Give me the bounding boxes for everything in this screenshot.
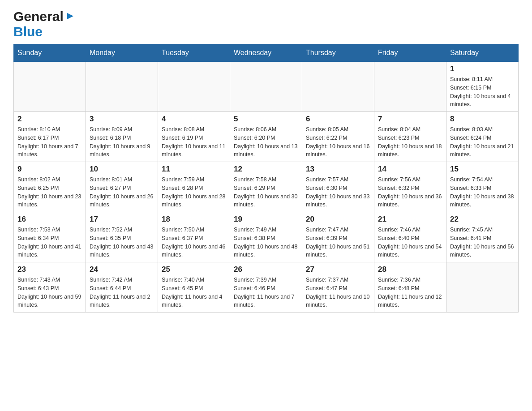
calendar-cell: 15Sunrise: 7:54 AMSunset: 6:33 PMDayligh…: [446, 162, 519, 212]
day-info: Sunrise: 8:11 AMSunset: 6:15 PMDaylight:…: [450, 75, 515, 109]
day-number: 6: [306, 115, 370, 124]
weekday-header-tuesday: Tuesday: [158, 44, 230, 62]
calendar-cell: 14Sunrise: 7:56 AMSunset: 6:32 PMDayligh…: [374, 162, 446, 212]
day-info: Sunrise: 7:50 AMSunset: 6:37 PMDaylight:…: [162, 226, 226, 259]
day-number: 18: [162, 215, 226, 224]
calendar-week-2: 2Sunrise: 8:10 AMSunset: 6:17 PMDaylight…: [14, 112, 519, 162]
day-info: Sunrise: 7:45 AMSunset: 6:41 PMDaylight:…: [450, 226, 515, 259]
logo: General Blue: [13, 9, 75, 39]
calendar-cell: 24Sunrise: 7:42 AMSunset: 6:44 PMDayligh…: [86, 262, 158, 313]
calendar-week-1: 1Sunrise: 8:11 AMSunset: 6:15 PMDaylight…: [14, 62, 519, 112]
page-header: General Blue: [13, 9, 519, 39]
calendar-cell: [446, 262, 519, 313]
day-number: 25: [162, 265, 226, 274]
day-info: Sunrise: 7:36 AMSunset: 6:48 PMDaylight:…: [378, 276, 442, 309]
calendar-cell: 20Sunrise: 7:47 AMSunset: 6:39 PMDayligh…: [302, 212, 374, 262]
day-number: 16: [17, 215, 82, 224]
calendar-week-3: 9Sunrise: 8:02 AMSunset: 6:25 PMDaylight…: [14, 162, 519, 212]
weekday-header-thursday: Thursday: [302, 44, 374, 62]
day-info: Sunrise: 8:06 AMSunset: 6:20 PMDaylight:…: [234, 125, 298, 159]
calendar-cell: 2Sunrise: 8:10 AMSunset: 6:17 PMDaylight…: [14, 112, 86, 162]
calendar-cell: 3Sunrise: 8:09 AMSunset: 6:18 PMDaylight…: [86, 112, 158, 162]
day-number: 1: [450, 64, 515, 73]
calendar-week-5: 23Sunrise: 7:43 AMSunset: 6:43 PMDayligh…: [14, 262, 519, 313]
calendar-cell: 25Sunrise: 7:40 AMSunset: 6:45 PMDayligh…: [158, 262, 230, 313]
calendar-cell: [14, 62, 86, 112]
calendar-cell: 21Sunrise: 7:46 AMSunset: 6:40 PMDayligh…: [374, 212, 446, 262]
day-number: 2: [17, 115, 82, 124]
calendar-cell: 19Sunrise: 7:49 AMSunset: 6:38 PMDayligh…: [230, 212, 302, 262]
day-info: Sunrise: 8:05 AMSunset: 6:22 PMDaylight:…: [306, 125, 370, 159]
calendar-cell: 13Sunrise: 7:57 AMSunset: 6:30 PMDayligh…: [302, 162, 374, 212]
day-number: 28: [378, 265, 442, 274]
calendar-cell: [302, 62, 374, 112]
day-info: Sunrise: 7:54 AMSunset: 6:33 PMDaylight:…: [450, 176, 515, 209]
calendar-cell: [158, 62, 230, 112]
calendar-cell: 10Sunrise: 8:01 AMSunset: 6:27 PMDayligh…: [86, 162, 158, 212]
day-number: 22: [450, 215, 515, 224]
weekday-header-friday: Friday: [374, 44, 446, 62]
day-number: 19: [234, 215, 298, 224]
day-number: 12: [234, 165, 298, 174]
day-info: Sunrise: 7:46 AMSunset: 6:40 PMDaylight:…: [378, 226, 442, 259]
day-number: 17: [90, 215, 154, 224]
day-info: Sunrise: 7:47 AMSunset: 6:39 PMDaylight:…: [306, 226, 370, 259]
calendar-cell: 6Sunrise: 8:05 AMSunset: 6:22 PMDaylight…: [302, 112, 374, 162]
day-number: 10: [90, 165, 154, 174]
day-number: 7: [378, 115, 442, 124]
day-number: 23: [17, 265, 82, 274]
day-number: 21: [378, 215, 442, 224]
calendar-cell: 8Sunrise: 8:03 AMSunset: 6:24 PMDaylight…: [446, 112, 519, 162]
day-info: Sunrise: 7:43 AMSunset: 6:43 PMDaylight:…: [17, 276, 82, 309]
day-info: Sunrise: 7:49 AMSunset: 6:38 PMDaylight:…: [234, 226, 298, 259]
day-number: 8: [450, 115, 515, 124]
calendar-cell: 7Sunrise: 8:04 AMSunset: 6:23 PMDaylight…: [374, 112, 446, 162]
day-number: 3: [90, 115, 154, 124]
day-info: Sunrise: 7:57 AMSunset: 6:30 PMDaylight:…: [306, 176, 370, 209]
calendar-week-4: 16Sunrise: 7:53 AMSunset: 6:34 PMDayligh…: [14, 212, 519, 262]
day-info: Sunrise: 8:04 AMSunset: 6:23 PMDaylight:…: [378, 125, 442, 159]
calendar-cell: 1Sunrise: 8:11 AMSunset: 6:15 PMDaylight…: [446, 62, 519, 112]
calendar-cell: 17Sunrise: 7:52 AMSunset: 6:35 PMDayligh…: [86, 212, 158, 262]
calendar-cell: 22Sunrise: 7:45 AMSunset: 6:41 PMDayligh…: [446, 212, 519, 262]
day-number: 13: [306, 165, 370, 174]
day-number: 11: [162, 165, 226, 174]
day-info: Sunrise: 7:59 AMSunset: 6:28 PMDaylight:…: [162, 176, 226, 209]
day-info: Sunrise: 8:10 AMSunset: 6:17 PMDaylight:…: [17, 125, 82, 159]
calendar-cell: 18Sunrise: 7:50 AMSunset: 6:37 PMDayligh…: [158, 212, 230, 262]
day-number: 4: [162, 115, 226, 124]
day-info: Sunrise: 8:03 AMSunset: 6:24 PMDaylight:…: [450, 125, 515, 159]
calendar-cell: 23Sunrise: 7:43 AMSunset: 6:43 PMDayligh…: [14, 262, 86, 313]
day-info: Sunrise: 7:37 AMSunset: 6:47 PMDaylight:…: [306, 276, 370, 309]
day-info: Sunrise: 7:52 AMSunset: 6:35 PMDaylight:…: [90, 226, 154, 259]
day-number: 27: [306, 265, 370, 274]
calendar-cell: 12Sunrise: 7:58 AMSunset: 6:29 PMDayligh…: [230, 162, 302, 212]
calendar-cell: 11Sunrise: 7:59 AMSunset: 6:28 PMDayligh…: [158, 162, 230, 212]
calendar-cell: 27Sunrise: 7:37 AMSunset: 6:47 PMDayligh…: [302, 262, 374, 313]
day-info: Sunrise: 7:56 AMSunset: 6:32 PMDaylight:…: [378, 176, 442, 209]
calendar-cell: 28Sunrise: 7:36 AMSunset: 6:48 PMDayligh…: [374, 262, 446, 313]
calendar-cell: [230, 62, 302, 112]
logo-arrow-icon: [65, 11, 75, 23]
calendar-header-row: SundayMondayTuesdayWednesdayThursdayFrid…: [14, 44, 519, 62]
day-info: Sunrise: 7:40 AMSunset: 6:45 PMDaylight:…: [162, 276, 226, 309]
weekday-header-monday: Monday: [86, 44, 158, 62]
svg-marker-0: [67, 13, 73, 19]
calendar-table: SundayMondayTuesdayWednesdayThursdayFrid…: [13, 44, 519, 313]
day-number: 14: [378, 165, 442, 174]
logo-blue-text: Blue: [13, 24, 43, 39]
day-info: Sunrise: 7:39 AMSunset: 6:46 PMDaylight:…: [234, 276, 298, 309]
day-info: Sunrise: 8:08 AMSunset: 6:19 PMDaylight:…: [162, 125, 226, 159]
day-info: Sunrise: 7:42 AMSunset: 6:44 PMDaylight:…: [90, 276, 154, 309]
calendar-cell: 4Sunrise: 8:08 AMSunset: 6:19 PMDaylight…: [158, 112, 230, 162]
calendar-cell: 16Sunrise: 7:53 AMSunset: 6:34 PMDayligh…: [14, 212, 86, 262]
day-number: 20: [306, 215, 370, 224]
day-info: Sunrise: 7:53 AMSunset: 6:34 PMDaylight:…: [17, 226, 82, 259]
day-info: Sunrise: 8:01 AMSunset: 6:27 PMDaylight:…: [90, 176, 154, 209]
day-info: Sunrise: 8:02 AMSunset: 6:25 PMDaylight:…: [17, 176, 82, 209]
weekday-header-saturday: Saturday: [446, 44, 519, 62]
calendar-cell: 9Sunrise: 8:02 AMSunset: 6:25 PMDaylight…: [14, 162, 86, 212]
day-number: 24: [90, 265, 154, 274]
calendar-cell: [86, 62, 158, 112]
day-info: Sunrise: 8:09 AMSunset: 6:18 PMDaylight:…: [90, 125, 154, 159]
